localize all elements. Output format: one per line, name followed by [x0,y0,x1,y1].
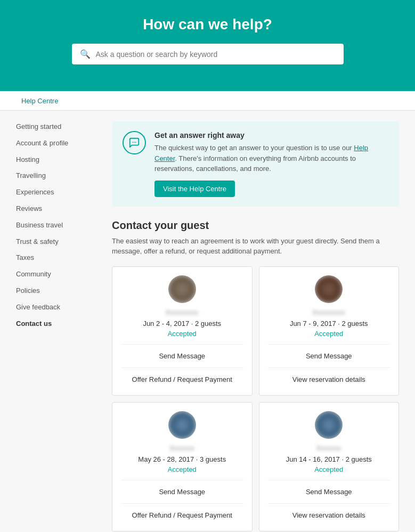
visit-help-centre-button[interactable]: Visit the Help Centre [154,181,235,197]
contact-section-desc: The easiest way to reach an agreement is… [112,236,399,257]
info-box-title: Get an answer right away [154,131,388,140]
sidebar-item-business-travel[interactable]: Business travel [16,220,96,231]
page-title: How can we help? [11,16,404,33]
info-box-description: The quickest way to get an answer to you… [154,143,388,174]
guest-card-3: XxxxxxJun 14 - 16, 2017 · 2 guestsAccept… [259,402,400,531]
breadcrumb-link[interactable]: Help Centre [21,97,58,105]
svg-point-2 [135,142,136,143]
search-input[interactable] [96,50,336,59]
info-box-body: Get an answer right away The quickest wa… [154,131,388,197]
sidebar-item-trust-safety[interactable]: Trust & safety [16,236,96,248]
card-action-1[interactable]: Offer Refund / Request Payment [121,372,243,387]
svg-point-1 [134,142,135,143]
sidebar: Getting startedAccount & profileHostingT… [16,121,96,532]
guest-name: Xxxxxx [121,444,243,452]
page-header: How can we help? 🔍 [0,0,415,91]
info-box-desc-after: . There's information on everything from… [154,154,356,173]
search-bar[interactable]: 🔍 [72,44,344,64]
sidebar-link-travelling[interactable]: Travelling [16,171,46,179]
sidebar-item-policies[interactable]: Policies [16,285,96,297]
sidebar-link-trust-safety[interactable]: Trust & safety [16,238,59,245]
info-box-desc-before: The quickest way to get an answer to you… [154,144,354,152]
sidebar-link-contact-us[interactable]: Contact us [16,320,52,328]
card-action-0[interactable]: Send Message [121,349,243,363]
sidebar-item-community[interactable]: Community [16,269,96,280]
guest-status: Accepted [268,465,390,473]
guest-cards-grid: XxxxxxxxJun 2 - 4, 2017 · 2 guestsAccept… [112,266,399,531]
card-action-1[interactable]: View reservation details [268,372,390,387]
card-action-0[interactable]: Send Message [121,485,243,499]
info-box: Get an answer right away The quickest wa… [112,121,399,207]
guest-dates: Jun 7 - 9, 2017 · 2 guests [268,320,390,328]
sidebar-item-experiences[interactable]: Experiences [16,187,96,198]
sidebar-item-give-feedback[interactable]: Give feedback [16,302,96,313]
main-layout: Getting startedAccount & profileHostingT… [0,111,415,532]
guest-dates: Jun 2 - 4, 2017 · 2 guests [121,320,243,328]
content-area: Get an answer right away The quickest wa… [112,121,399,532]
sidebar-link-getting-started[interactable]: Getting started [16,122,61,130]
search-icon: 🔍 [80,49,91,59]
guest-name: Xxxxxx [268,444,390,452]
breadcrumb-bar: Help Centre [0,91,415,111]
guest-name: Xxxxxxxx [268,308,390,316]
card-action-0[interactable]: Send Message [268,485,390,499]
sidebar-item-reviews[interactable]: Reviews [16,203,96,215]
sidebar-link-give-feedback[interactable]: Give feedback [16,303,60,311]
sidebar-item-contact-us[interactable]: Contact us [16,318,96,330]
card-action-1[interactable]: View reservation details [268,508,390,522]
chat-bubble-icon [123,131,146,154]
avatar [315,411,343,439]
guest-dates: Jun 14 - 16, 2017 · 2 guests [268,455,390,463]
sidebar-link-business-travel[interactable]: Business travel [16,221,63,229]
avatar [168,275,196,303]
guest-dates: May 26 - 28, 2017 · 3 guests [121,455,243,463]
sidebar-item-getting-started[interactable]: Getting started [16,121,96,133]
sidebar-item-travelling[interactable]: Travelling [16,170,96,182]
svg-point-0 [132,142,133,143]
guest-status: Accepted [121,330,243,338]
guest-status: Accepted [268,330,390,338]
card-action-1[interactable]: Offer Refund / Request Payment [121,508,243,522]
sidebar-link-hosting[interactable]: Hosting [16,155,39,163]
contact-section-title: Contact your guest [112,219,399,232]
sidebar-link-reviews[interactable]: Reviews [16,204,42,212]
guest-name: Xxxxxxxx [121,308,243,316]
guest-status: Accepted [121,465,243,473]
sidebar-link-community[interactable]: Community [16,270,51,278]
card-action-0[interactable]: Send Message [268,349,390,363]
sidebar-item-hosting[interactable]: Hosting [16,154,96,166]
guest-card-2: XxxxxxMay 26 - 28, 2017 · 3 guestsAccept… [112,402,253,531]
sidebar-item-taxes[interactable]: Taxes [16,252,96,264]
sidebar-link-policies[interactable]: Policies [16,287,40,294]
sidebar-link-taxes[interactable]: Taxes [16,253,34,261]
sidebar-link-experiences[interactable]: Experiences [16,188,54,196]
sidebar-link-account-profile[interactable]: Account & profile [16,139,68,147]
guest-card-1: XxxxxxxxJun 7 - 9, 2017 · 2 guestsAccept… [259,266,400,396]
avatar [315,275,343,303]
sidebar-item-account-profile[interactable]: Account & profile [16,138,96,149]
avatar [168,411,196,439]
guest-card-0: XxxxxxxxJun 2 - 4, 2017 · 2 guestsAccept… [112,266,253,396]
